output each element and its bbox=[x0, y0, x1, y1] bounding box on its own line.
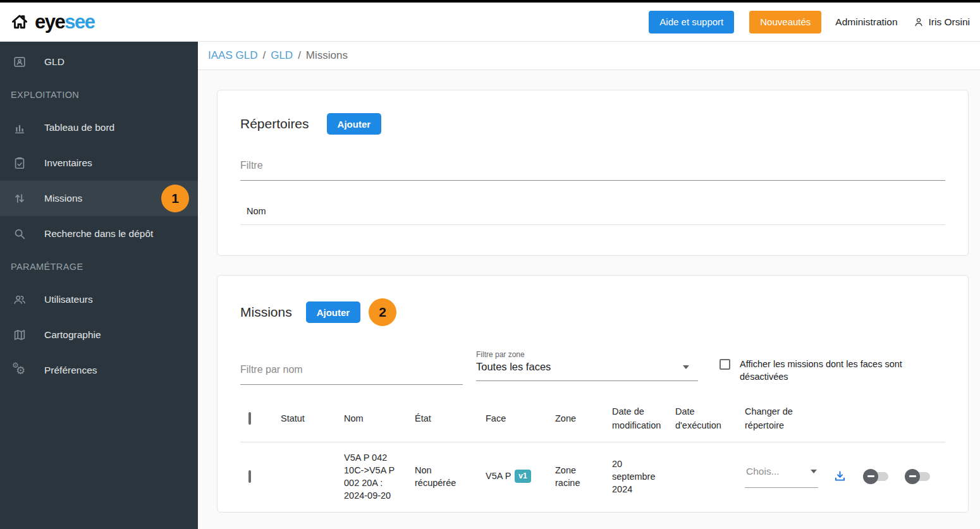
sidebar-item-label: Missions bbox=[44, 193, 82, 204]
app-logo[interactable]: eyesee bbox=[10, 12, 94, 32]
sidebar-item-label: Cartographie bbox=[44, 329, 101, 341]
sidebar-item-cartographie[interactable]: Cartographie bbox=[0, 317, 198, 353]
minus-toggle-icon bbox=[863, 469, 878, 484]
sidebar-item-label: Inventaires bbox=[44, 157, 92, 169]
filter-name-field bbox=[240, 350, 463, 385]
toggle-switch-1[interactable] bbox=[863, 469, 888, 484]
column-statut: Statut bbox=[281, 400, 344, 442]
cell-face: V5A Pv1 bbox=[486, 442, 555, 511]
brand-black: eye bbox=[35, 11, 64, 33]
zone-filter-value-row: Toutes les faces bbox=[476, 359, 698, 381]
repertoires-card: Répertoires Ajouter Nom bbox=[217, 90, 969, 256]
column-zone: Zone bbox=[555, 400, 612, 442]
table-row: V5A P 042 10C->V5A P 002 20A : 2024-09-2… bbox=[240, 442, 945, 511]
brand-text: eyesee bbox=[35, 12, 94, 32]
chevron-down-icon bbox=[811, 470, 817, 473]
column-changer-repertoire: Changer de répertoire bbox=[745, 400, 833, 442]
column-etat: État bbox=[415, 400, 486, 442]
person-icon bbox=[913, 16, 924, 28]
repertoire-select[interactable]: Chois... bbox=[745, 465, 818, 487]
missions-filter-row: Filtre par zone Toutes les faces Affiche… bbox=[240, 350, 945, 385]
breadcrumb-link-iaas-gld[interactable]: IAAS GLD bbox=[208, 49, 257, 62]
app-header: eyesee Aide et support Nouveautés Admini… bbox=[0, 3, 980, 42]
column-actions bbox=[833, 400, 945, 442]
show-disabled-check-group[interactable]: Afficher les missions dont les faces son… bbox=[720, 350, 909, 383]
map-icon bbox=[13, 328, 27, 342]
cell-nom: V5A P 042 10C->V5A P 002 20A : 2024-09-2… bbox=[344, 442, 415, 511]
cell-changer-repertoire: Chois... bbox=[745, 442, 833, 511]
repertoires-column-nom: Nom bbox=[240, 197, 945, 225]
user-name: Iris Orsini bbox=[929, 16, 970, 28]
user-menu[interactable]: Iris Orsini bbox=[913, 16, 970, 28]
row-checkbox[interactable] bbox=[248, 470, 251, 483]
app-body: GLD EXPLOITATION Tableau de bord Inventa… bbox=[0, 42, 980, 529]
toggle-switch-2[interactable] bbox=[905, 469, 930, 484]
main-area: IAAS GLD / GLD / Missions Répertoires Aj… bbox=[198, 42, 980, 529]
missions-table-header-row: Statut Nom État Face Zone Date de modifi… bbox=[240, 400, 945, 442]
download-button[interactable] bbox=[833, 470, 847, 483]
sidebar-item-preferences[interactable]: ⚙⚙ Préférences bbox=[0, 353, 198, 388]
missions-add-badge: 2 bbox=[369, 298, 396, 326]
cell-date-execution bbox=[675, 442, 745, 511]
missions-card: Missions Ajouter 2 Filtre par zone Toute… bbox=[217, 275, 969, 513]
help-support-button[interactable]: Aide et support bbox=[649, 11, 734, 33]
gears-icon: ⚙⚙ bbox=[13, 363, 27, 377]
sidebar-item-label: Préférences bbox=[44, 365, 97, 376]
row-checkbox-cell bbox=[240, 442, 281, 511]
house-icon bbox=[10, 13, 29, 32]
chevron-down-icon bbox=[683, 365, 689, 369]
column-nom: Nom bbox=[344, 400, 415, 442]
missions-add-button[interactable]: Ajouter bbox=[306, 301, 361, 323]
minus-toggle-icon bbox=[905, 469, 920, 484]
breadcrumb-separator: / bbox=[298, 49, 301, 62]
column-face: Face bbox=[486, 400, 555, 442]
sidebar-item-tableau-de-bord[interactable]: Tableau de bord bbox=[0, 110, 198, 145]
zone-filter-select[interactable]: Filtre par zone Toutes les faces bbox=[476, 350, 698, 381]
administration-link[interactable]: Administration bbox=[835, 16, 897, 28]
download-icon bbox=[833, 470, 847, 483]
select-all-checkbox[interactable] bbox=[248, 412, 251, 425]
sidebar-item-label: GLD bbox=[44, 56, 64, 68]
breadcrumb: IAAS GLD / GLD / Missions bbox=[198, 42, 980, 70]
sidebar-item-missions[interactable]: Missions 1 bbox=[0, 181, 198, 216]
cell-statut bbox=[281, 442, 344, 511]
page-content: Répertoires Ajouter Nom Missions Ajouter… bbox=[198, 70, 980, 513]
search-icon bbox=[13, 227, 27, 241]
cell-date-modification: 20 septembre 2024 bbox=[612, 442, 675, 511]
zone-filter-label: Filtre par zone bbox=[476, 350, 698, 359]
sidebar-item-inventaires[interactable]: Inventaires bbox=[0, 145, 198, 181]
filter-name-input[interactable] bbox=[240, 360, 463, 385]
repertoires-add-button[interactable]: Ajouter bbox=[327, 113, 382, 135]
header-actions: Aide et support Nouveautés Administratio… bbox=[649, 11, 972, 33]
cell-zone: Zone racine bbox=[555, 442, 612, 511]
column-date-execution: Date d'exécution bbox=[675, 400, 745, 442]
show-disabled-label: Afficher les missions dont les faces son… bbox=[740, 358, 909, 383]
missions-title: Missions bbox=[240, 305, 292, 320]
zone-filter-value: Toutes les faces bbox=[476, 361, 551, 373]
sidebar-item-utilisateurs[interactable]: Utilisateurs bbox=[0, 282, 198, 317]
missions-count-badge: 1 bbox=[161, 185, 189, 212]
repertoire-select-value: Chois... bbox=[746, 465, 780, 478]
brand-blue: see bbox=[64, 11, 94, 33]
repertoires-filter-input[interactable] bbox=[240, 156, 945, 181]
breadcrumb-current: Missions bbox=[306, 49, 348, 62]
repertoires-title-row: Répertoires Ajouter bbox=[240, 113, 945, 135]
sidebar-item-label: Recherche dans le dépôt bbox=[44, 228, 153, 240]
news-button[interactable]: Nouveautés bbox=[749, 11, 821, 33]
face-name: V5A P bbox=[486, 471, 511, 481]
sidebar: GLD EXPLOITATION Tableau de bord Inventa… bbox=[0, 42, 198, 529]
sidebar-item-recherche-depot[interactable]: Recherche dans le dépôt bbox=[0, 216, 198, 252]
sidebar-item-gld[interactable]: GLD bbox=[0, 44, 198, 80]
arrows-up-down-icon bbox=[13, 192, 27, 205]
show-disabled-checkbox[interactable] bbox=[720, 359, 730, 370]
missions-title-row: Missions Ajouter 2 bbox=[240, 298, 945, 326]
id-badge-icon bbox=[13, 55, 27, 69]
cell-etat: Non récupérée bbox=[415, 442, 486, 511]
users-icon bbox=[13, 293, 27, 307]
clipboard-check-icon bbox=[13, 156, 27, 170]
sidebar-item-label: Tableau de bord bbox=[44, 122, 114, 133]
sidebar-section-exploitation: EXPLOITATION bbox=[0, 80, 198, 110]
missions-table: Statut Nom État Face Zone Date de modifi… bbox=[240, 400, 945, 511]
breadcrumb-link-gld[interactable]: GLD bbox=[271, 49, 293, 62]
sidebar-item-label: Utilisateurs bbox=[44, 294, 93, 305]
